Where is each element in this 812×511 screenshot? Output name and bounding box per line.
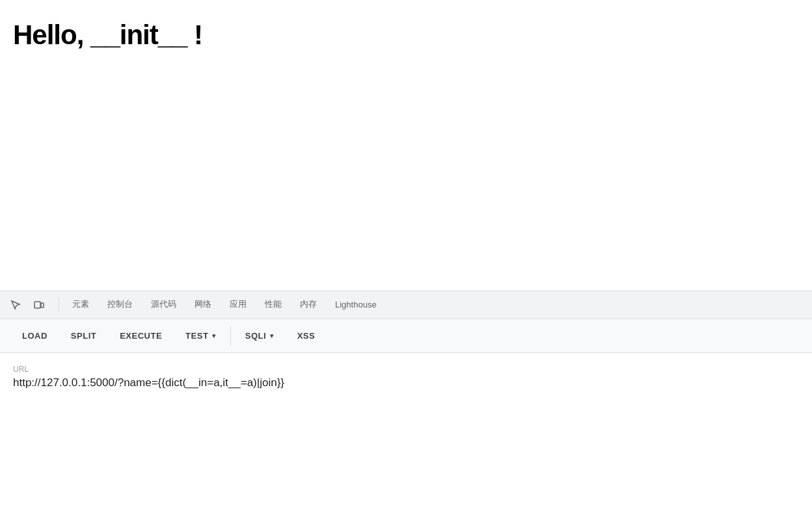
sqli-button[interactable]: SQLI ▾ [234,324,286,348]
url-value: http://127.0.0.1:5000/?name={{dict(__in=… [13,376,799,389]
toolbar-divider [59,297,59,313]
cursor-icon[interactable] [5,295,26,315]
tab-network[interactable]: 网络 [185,291,221,319]
devtools-toolbar: 元素 控制台 源代码 网络 应用 性能 内存 Lighthouse [0,291,812,319]
svg-rect-0 [34,302,40,308]
url-area: URL http://127.0.0.1:5000/?name={{dict(_… [0,353,812,397]
url-label: URL [13,365,799,374]
tab-sources[interactable]: 源代码 [142,291,185,319]
execute-button[interactable]: EXECUTE [108,324,174,348]
tab-elements[interactable]: 元素 [63,291,98,319]
tab-performance[interactable]: 性能 [256,291,291,319]
main-content: Hello, __init__ ! [0,0,812,291]
devtools-icons [5,295,49,315]
tab-lighthouse[interactable]: Lighthouse [326,291,386,319]
device-icon[interactable] [29,295,49,315]
tab-application[interactable]: 应用 [221,291,256,319]
action-bar: LOAD SPLIT EXECUTE TEST ▾ SQLI ▾ XSS [0,319,812,353]
action-divider [230,326,231,346]
xss-button[interactable]: XSS [286,324,327,348]
test-dropdown-arrow: ▾ [212,332,216,339]
tab-memory[interactable]: 内存 [291,291,326,319]
split-button[interactable]: SPLIT [59,324,108,348]
load-button[interactable]: LOAD [10,324,59,348]
sqli-dropdown-arrow: ▾ [270,332,274,339]
svg-rect-1 [41,303,44,308]
devtools-tabs: 元素 控制台 源代码 网络 应用 性能 内存 Lighthouse [63,291,386,319]
page-heading: Hello, __init__ ! [13,20,799,51]
tab-console[interactable]: 控制台 [98,291,142,319]
test-button[interactable]: TEST ▾ [174,324,228,348]
